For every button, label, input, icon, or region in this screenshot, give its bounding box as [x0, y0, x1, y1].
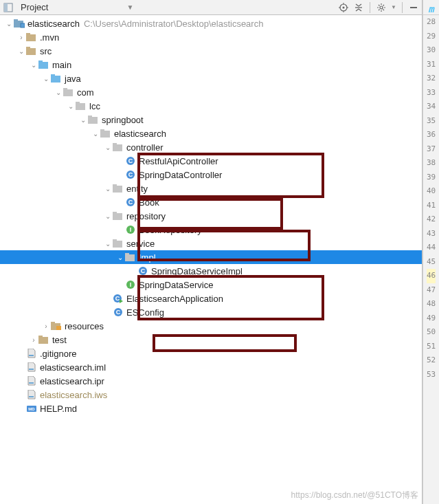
chevron-down-icon[interactable]: ⌄ [29, 61, 38, 69]
view-dropdown-icon[interactable]: ▼ [126, 3, 133, 11]
tree-node[interactable]: ⌄com [0, 85, 422, 99]
svg-rect-59 [38, 337, 48, 344]
tree-node[interactable]: elasticsearch.ipr [0, 374, 422, 388]
tree-node[interactable]: CRestfulApiController [0, 154, 422, 168]
tree-node-label: SpringDataService [139, 280, 213, 290]
tree-node[interactable]: ⌄repository [0, 209, 422, 223]
tree-node-label: ESConfig [126, 307, 164, 318]
chevron-down-icon[interactable]: ⌄ [91, 130, 100, 138]
tree-node[interactable]: ›resources [0, 319, 422, 333]
chevron-right-icon[interactable]: › [29, 336, 38, 344]
svg-rect-13 [21, 23, 25, 28]
tree-node-label: BookRepository [139, 225, 202, 235]
tree-node[interactable]: ⌄service [0, 237, 422, 250]
svg-rect-64 [29, 396, 34, 397]
chevron-down-icon[interactable]: ⌄ [4, 20, 14, 28]
module-icon [14, 18, 25, 29]
folder-icon [38, 334, 49, 345]
chevron-down-icon[interactable]: ⌄ [103, 185, 113, 193]
svg-text:I: I [130, 226, 132, 233]
tree-node-label: .gitignore [40, 349, 76, 359]
chevron-down-icon[interactable]: ⌄ [103, 144, 113, 151]
svg-rect-63 [29, 382, 34, 384]
tree-node[interactable]: ⌄main [0, 58, 422, 72]
tree-node[interactable]: ⌄entity [0, 182, 422, 195]
tree-node[interactable]: ⌄elasticsearch [0, 127, 422, 140]
svg-rect-15 [26, 33, 30, 35]
package-icon [113, 238, 124, 249]
line-number: 31 [427, 58, 436, 72]
svg-point-3 [343, 6, 345, 8]
tree-node-label: Impl [139, 252, 156, 263]
tree-node-label: springboot [102, 115, 144, 125]
tree-node-label: SpringDataController [139, 170, 222, 180]
tree-node[interactable]: ›.mvn [0, 30, 422, 44]
tree-node[interactable]: ⌄java [0, 72, 422, 85]
tree-node[interactable]: ⌄Impl [0, 250, 422, 264]
line-number: 37 [427, 142, 436, 157]
tree-node-label: src [40, 46, 52, 56]
chevron-right-icon[interactable]: › [41, 322, 51, 330]
folder-blue-icon [51, 73, 62, 84]
project-tree[interactable]: ⌄elasticsearchC:\Users\Administrator\Des… [0, 15, 422, 504]
svg-rect-22 [63, 89, 73, 96]
svg-text:C: C [115, 295, 120, 302]
svg-rect-37 [113, 184, 117, 186]
svg-rect-30 [113, 144, 122, 151]
svg-rect-25 [76, 102, 80, 104]
collapse-icon[interactable] [353, 2, 364, 13]
line-number: 51 [427, 340, 436, 354]
tree-node[interactable]: CESConfig [0, 305, 422, 319]
toolbar-separator [402, 2, 403, 13]
line-number: 42 [427, 212, 436, 227]
chevron-down-icon[interactable]: ⌄ [41, 75, 51, 83]
tree-node-label: entity [126, 184, 148, 194]
class-icon: C [125, 197, 136, 208]
line-number: 44 [427, 241, 436, 255]
chevron-down-icon[interactable]: ⌄ [103, 212, 113, 220]
chevron-right-icon[interactable]: › [16, 34, 26, 41]
svg-text:C: C [116, 309, 121, 316]
line-number: 28 [427, 15, 436, 30]
chevron-down-icon[interactable]: ⌄ [78, 116, 88, 124]
tree-node[interactable]: CBook [0, 195, 422, 209]
tree-node[interactable]: ⌄src [0, 44, 422, 58]
tree-node[interactable]: CSpringDataController [0, 168, 422, 182]
package-icon [113, 142, 124, 153]
file-icon [26, 348, 37, 359]
tree-node[interactable]: MDHELP.md [0, 402, 422, 415]
gear-icon[interactable] [376, 2, 387, 13]
hide-icon[interactable] [408, 2, 419, 13]
line-number: 38 [427, 156, 436, 171]
svg-text:MD: MD [28, 407, 35, 411]
chevron-down-icon[interactable]: ⌄ [54, 89, 63, 96]
tree-node[interactable]: CElasticsearchApplication [0, 292, 422, 305]
chevron-down-icon[interactable]: ⌄ [66, 102, 76, 110]
tree-node[interactable]: ›test [0, 333, 422, 347]
chevron-down-icon[interactable]: ⌄ [115, 254, 125, 261]
tree-node[interactable]: CSpringDataServiceImpl [0, 264, 422, 278]
tree-node-path: C:\Users\Administrator\Desktop\elasticse… [84, 19, 264, 29]
tree-node[interactable]: ⌄elasticsearchC:\Users\Administrator\Des… [0, 17, 422, 30]
svg-rect-18 [38, 62, 48, 69]
tree-node[interactable]: elasticsearch.iws [0, 388, 422, 402]
tree-node[interactable]: elasticsearch.iml [0, 360, 422, 374]
svg-text:C: C [128, 157, 133, 164]
tree-node[interactable]: ISpringDataService [0, 278, 422, 292]
tree-node-label: service [126, 239, 155, 249]
tree-node[interactable]: .gitignore [0, 347, 422, 360]
tree-node[interactable]: ⌄controller [0, 140, 422, 154]
tree-node[interactable]: ⌄springboot [0, 113, 422, 127]
package-icon [76, 100, 87, 111]
svg-rect-10 [410, 7, 417, 8]
tree-node[interactable]: ⌄lcc [0, 99, 422, 113]
line-number: 39 [427, 171, 436, 185]
chevron-down-icon[interactable]: ⌄ [103, 240, 113, 248]
chevron-down-icon[interactable]: ⌄ [16, 47, 26, 55]
class-icon: C [125, 155, 136, 166]
tree-node-label: main [52, 60, 71, 70]
tree-node[interactable]: IBookRepository [0, 223, 422, 237]
package-icon [100, 128, 111, 139]
locate-icon[interactable] [338, 2, 349, 13]
gear-dropdown-icon[interactable]: ▼ [391, 4, 396, 10]
